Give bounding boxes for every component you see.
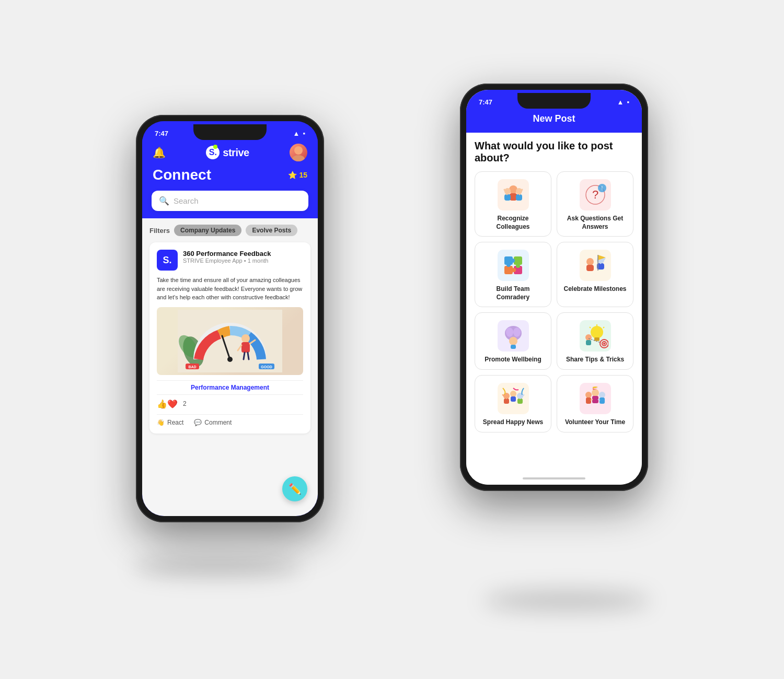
svg-point-73	[599, 392, 605, 398]
connect-header: 🔔 S. strive	[142, 139, 318, 191]
svg-rect-31	[514, 256, 522, 265]
svg-line-75	[591, 400, 592, 400]
svg-point-71	[592, 389, 599, 396]
ask-label: Ask Questions Get Answers	[562, 215, 628, 231]
happy-icon	[498, 383, 529, 414]
post-title: 360 Performance Feedback	[183, 250, 271, 257]
svg-text:GOOD: GOOD	[261, 365, 272, 369]
phone-right: 7:47 ▲ ▪ New Post What would you like to…	[460, 84, 648, 491]
notch-left	[193, 124, 267, 140]
option-ask[interactable]: ? ! Ask Questions Get Answers	[557, 171, 633, 237]
svg-rect-50	[594, 337, 599, 341]
svg-rect-32	[504, 266, 513, 274]
connect-title-row: Connect ⭐ 15	[153, 167, 307, 183]
option-build[interactable]: Build Team Comradery	[475, 242, 551, 307]
option-volunteer[interactable]: Volunteer Your Time	[557, 375, 633, 432]
star-icon: ⭐	[288, 171, 297, 179]
status-bar-left: 7:47 ▲ ▪	[142, 124, 318, 139]
react-button[interactable]: 👋 React	[157, 419, 183, 426]
search-bar[interactable]: 🔍 Search	[152, 191, 308, 211]
post-info: 360 Performance Feedback STRIVE Employee…	[183, 250, 271, 264]
svg-rect-48	[511, 345, 516, 349]
svg-point-34	[511, 259, 515, 263]
svg-point-49	[591, 326, 603, 338]
svg-rect-70	[586, 397, 591, 404]
svg-point-35	[506, 263, 511, 267]
svg-rect-39	[586, 265, 594, 271]
comment-label: Comment	[204, 419, 232, 426]
svg-point-36	[516, 264, 520, 268]
wifi-icon-right: ▲	[617, 98, 624, 106]
svg-point-37	[512, 268, 516, 272]
user-avatar[interactable]	[290, 144, 307, 161]
option-celebrate[interactable]: Celebrate Milestones	[557, 242, 633, 307]
recognize-icon	[498, 179, 529, 210]
scene: 7:47 ▲ ▪ 🔔	[105, 52, 679, 627]
phone-right-shadow	[483, 590, 651, 611]
svg-text:BAD: BAD	[188, 365, 196, 369]
fab-button[interactable]: ✏️	[282, 476, 307, 501]
post-avatar-letter: S.	[163, 255, 171, 266]
home-indicator	[523, 477, 585, 479]
svg-point-47	[509, 337, 517, 345]
filter-chip-company[interactable]: Company Updates	[174, 225, 241, 236]
svg-point-1	[292, 155, 305, 161]
connect-topbar: 🔔 S. strive	[153, 144, 307, 161]
svg-rect-62	[504, 399, 509, 404]
new-post-question: What would you like to post about?	[475, 140, 633, 164]
react-label: React	[167, 419, 183, 426]
svg-rect-64	[511, 396, 516, 402]
svg-line-53	[603, 327, 604, 328]
post-image: BAD BAD GOOD	[157, 307, 303, 375]
tips-label: Share Tips & Tricks	[566, 356, 624, 364]
svg-text:?: ?	[592, 188, 598, 201]
phone-left-screen: 7:47 ▲ ▪ 🔔	[142, 121, 318, 516]
wellbeing-icon	[498, 320, 529, 352]
happy-label: Spread Happy News	[483, 418, 543, 427]
logo-text: strive	[223, 147, 249, 159]
build-icon	[498, 250, 529, 281]
option-wellbeing[interactable]: Promote Wellbeing	[475, 312, 551, 370]
phone-right-screen: 7:47 ▲ ▪ New Post What would you like to…	[466, 90, 642, 485]
tips-icon	[580, 320, 611, 352]
post-meta: STRIVE Employee App • 1 month	[183, 257, 271, 264]
search-placeholder: Search	[174, 196, 199, 205]
svg-text:!: !	[601, 185, 603, 191]
option-recognize[interactable]: Recognize Colleagues	[475, 171, 551, 237]
logo-s: S.	[209, 148, 217, 157]
option-tips[interactable]: Share Tips & Tricks	[557, 312, 633, 370]
filter-chip-evolve[interactable]: Evolve Posts	[246, 225, 297, 236]
post-footer: 👍 ❤️ 2	[157, 399, 303, 409]
svg-point-69	[585, 392, 592, 398]
volunteer-label: Volunteer Your Time	[565, 418, 625, 427]
star-badge: ⭐ 15	[288, 171, 307, 179]
wifi-icon: ▲	[293, 130, 300, 137]
star-count: 15	[299, 171, 307, 179]
status-icons-right: ▲ ▪	[617, 98, 629, 106]
svg-line-16	[244, 353, 245, 359]
wellbeing-label: Promote Wellbeing	[485, 356, 541, 364]
bell-icon[interactable]: 🔔	[153, 146, 166, 159]
svg-rect-56	[586, 340, 591, 345]
svg-rect-23	[516, 194, 522, 201]
search-icon: 🔍	[159, 196, 169, 206]
svg-point-55	[585, 334, 592, 341]
svg-line-76	[598, 400, 599, 400]
svg-point-63	[510, 391, 516, 397]
svg-rect-66	[517, 399, 523, 404]
reaction-count: 2	[183, 400, 187, 407]
svg-line-54	[590, 327, 591, 328]
reaction-icons: 👍 ❤️	[157, 399, 178, 409]
comment-button[interactable]: 💬 Comment	[194, 419, 232, 426]
battery-icon: ▪	[303, 130, 305, 137]
post-body: Take the time and ensure all of your ama…	[157, 276, 303, 302]
logo-circle: S.	[206, 146, 220, 159]
recognize-label: Recognize Colleagues	[480, 215, 546, 231]
svg-rect-13	[241, 342, 250, 353]
heart-icon: ❤️	[167, 399, 178, 409]
phone-left-shadow	[133, 556, 301, 577]
svg-rect-21	[504, 194, 511, 201]
connect-content: Filters Company Updates Evolve Posts S. …	[142, 218, 318, 516]
option-happy[interactable]: Spread Happy News	[475, 375, 551, 432]
notch-right	[517, 93, 591, 109]
